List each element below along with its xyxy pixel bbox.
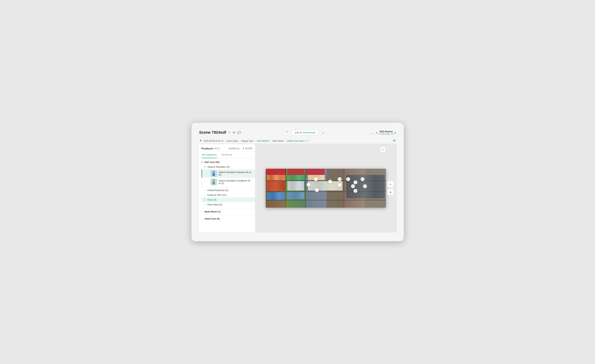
scene-image-container xyxy=(266,169,386,208)
chevron-right-icon-4: › xyxy=(204,203,207,206)
product-dot-8[interactable] xyxy=(354,180,357,184)
category-hair-care-label: Hair Care (32) xyxy=(205,161,220,163)
tab-by-categories[interactable]: By Categories xyxy=(202,152,217,158)
eye-icon[interactable]: 👁 xyxy=(393,139,396,143)
product-dot-12[interactable] xyxy=(363,184,367,188)
subcategory-herbal-essences-row[interactable]: › Herbal Essences (5) xyxy=(202,188,255,193)
page-header: Scene 7924sdf ⚐ ✉ 💬 ⌃ 1/15 of Visit Resu… xyxy=(198,130,397,135)
side-toolbar: ≡ ≣ xyxy=(387,181,394,195)
left-panel: Products (507) SHOW ALL ▼ FILTER By Cate… xyxy=(199,144,255,232)
filter-button[interactable]: ▼ FILTER xyxy=(242,147,252,150)
more-options-button[interactable]: ... xyxy=(369,131,374,135)
flag-icon[interactable]: ⚐ xyxy=(228,131,231,134)
tree-container: ▾ Hair Care (32) ▾ Head & Shoulders (5) xyxy=(199,158,255,232)
store-name-label: Store Name xyxy=(272,140,283,142)
category-body-wash-label: Body Wash (7) xyxy=(205,210,221,213)
device-frame: Scene 7924sdf ⚐ ✉ 💬 ⌃ 1/15 of Visit Resu… xyxy=(191,123,404,241)
product-dot-9[interactable] xyxy=(351,184,355,188)
nav-right: ... ‹ 4/23 Scenes In Visit 1a2b...43 › xyxy=(369,130,396,135)
product-dot-1[interactable] xyxy=(314,177,318,181)
subcategory-dove-nove: › Dove Nove (4) xyxy=(199,202,255,207)
shelf-image xyxy=(266,169,386,208)
subcategory-head-shoulders: ▾ Head & Shoulders (5) xyxy=(199,164,255,186)
scene-type-label: Scene Type xyxy=(227,140,238,142)
svg-rect-5 xyxy=(213,180,215,180)
chevron-right-icon-3: › xyxy=(204,199,207,201)
list-view-button[interactable]: ≡ xyxy=(387,181,394,188)
product-label-conditioner: Head & Shoulders Conditioner 50 oz (2) xyxy=(219,180,252,184)
products-title: Products (507) xyxy=(202,147,220,150)
category-hand-care-label: Hand Care (5) xyxy=(205,217,220,220)
mobile-user-link[interactable]: Mobile User Name xyxy=(287,140,305,142)
scene-title-group: Scene 7924sdf ⚐ ✉ 💬 xyxy=(199,130,241,135)
subcategory-dove-nove-label: Dove Nove (4) xyxy=(207,203,222,206)
subcategory-herbal-essences: › Herbal Essences (5) xyxy=(199,188,255,193)
svg-rect-2 xyxy=(213,171,215,172)
expand-button[interactable]: ⤢ xyxy=(380,147,386,152)
product-label-shampoo: Head & Shoulders Shampoo 50 oz (3) xyxy=(219,171,252,176)
scene-title: Scene 7924sdf xyxy=(199,130,226,135)
show-all-button[interactable]: SHOW ALL xyxy=(229,147,240,150)
info-icon[interactable]: ⓘ xyxy=(306,139,308,143)
visit-link[interactable]: Visit 256d62f xyxy=(257,140,269,142)
location-icon: 📍 xyxy=(199,140,202,142)
subcategory-dove: › Dove (6) xyxy=(199,197,255,202)
svg-rect-4 xyxy=(213,180,214,181)
product-dot-2[interactable] xyxy=(307,183,311,187)
panel-tabs: By Categories By Brands xyxy=(199,152,255,158)
mail-icon[interactable]: ✉ xyxy=(233,131,235,134)
category-hand-care-row[interactable]: › Hand Care (5) xyxy=(199,216,255,221)
scenes-visit-label: In Visit 1a2b...43 xyxy=(379,133,393,135)
product-row-shampoo[interactable]: Head & Shoulders Shampoo 50 oz (3) xyxy=(202,169,255,178)
chevron-down-icon-2: ▾ xyxy=(204,166,207,168)
in-visit-text: In Visit xyxy=(379,133,385,135)
category-body-wash-row[interactable]: › Body Wash (7) xyxy=(199,209,255,214)
panel-actions: SHOW ALL ▼ FILTER xyxy=(229,147,252,150)
prev-scene-button[interactable]: ‹ xyxy=(376,131,377,135)
product-thumb-shampoo xyxy=(211,170,217,177)
category-hair-care-row[interactable]: ▾ Hair Care (32) xyxy=(199,160,255,164)
chevron-down-icon: ▾ xyxy=(202,161,204,163)
chevron-right-icon-2: › xyxy=(204,194,207,196)
subcategory-dove-row[interactable]: › Dove (6) xyxy=(202,197,255,202)
svg-rect-1 xyxy=(213,171,214,172)
subcategory-knees-toes-row[interactable]: › Knees & Toes (12) xyxy=(202,193,255,197)
in-visit-link[interactable]: 1a2b...43 xyxy=(385,133,393,135)
timestamp-label: 2015-09-09 18:31:13 xyxy=(204,140,223,142)
svg-rect-0 xyxy=(213,171,215,176)
display-type-label: Display Type xyxy=(241,140,253,142)
nav-up-button[interactable]: ⌃ xyxy=(284,130,290,135)
product-dot-4[interactable] xyxy=(328,180,332,184)
subcategory-head-shoulders-row[interactable]: ▾ Head & Shoulders (5) xyxy=(202,164,255,169)
list-view-button-2[interactable]: ≣ xyxy=(387,189,394,195)
scenes-nav: ‹ 4/23 Scenes In Visit 1a2b...43 › xyxy=(376,130,396,135)
chevron-right-icon-6: › xyxy=(202,217,204,220)
nav-down-button[interactable]: ⌄ xyxy=(320,130,326,135)
category-body-wash: › Body Wash (7) xyxy=(199,209,255,214)
meta-bar: 📍 2015-09-09 18:31:13 | Scene Type | Dis… xyxy=(198,138,397,144)
next-scene-button[interactable]: › xyxy=(395,131,396,135)
subcategory-herbal-label: Herbal Essences (5) xyxy=(207,189,228,192)
comment-icon[interactable]: 💬 xyxy=(237,131,241,134)
svg-rect-3 xyxy=(213,180,215,184)
panel-header: Products (507) SHOW ALL ▼ FILTER xyxy=(199,144,255,152)
subcategory-knees-label: Knees & Toes (12) xyxy=(207,194,227,196)
subcategory-knees-toes: › Knees & Toes (12) xyxy=(199,193,255,197)
product-thumb-conditioner xyxy=(211,179,217,185)
product-row-conditioner[interactable]: Head & Shoulders Conditioner 50 oz (2) xyxy=(202,178,255,186)
chevron-right-icon-1: › xyxy=(204,189,207,192)
product-dot-10[interactable] xyxy=(354,189,357,193)
subcategory-dove-nove-row[interactable]: › Dove Nove (4) xyxy=(202,202,255,207)
scenes-info: 4/23 Scenes In Visit 1a2b...43 xyxy=(379,130,393,135)
filter-icon: ▼ xyxy=(242,147,244,150)
category-hair-care: ▾ Hair Care (32) ▾ Head & Shoulders (5) xyxy=(199,160,255,207)
tab-by-brands[interactable]: By Brands xyxy=(221,152,233,158)
nav-position-label: 1/15 of xyxy=(295,131,302,134)
visit-results-link[interactable]: Visit Results xyxy=(303,131,315,134)
chevron-right-icon-5: › xyxy=(202,210,204,213)
scenes-count-label: 4/23 Scenes xyxy=(379,130,393,133)
subcategory-head-shoulders-label: Head & Shoulders (5) xyxy=(207,166,230,168)
category-hand-care: › Hand Care (5) xyxy=(199,216,255,221)
visit-results-pill: 1/15 of Visit Results xyxy=(291,130,319,135)
subcategory-dove-label: Dove (6) xyxy=(207,198,216,201)
